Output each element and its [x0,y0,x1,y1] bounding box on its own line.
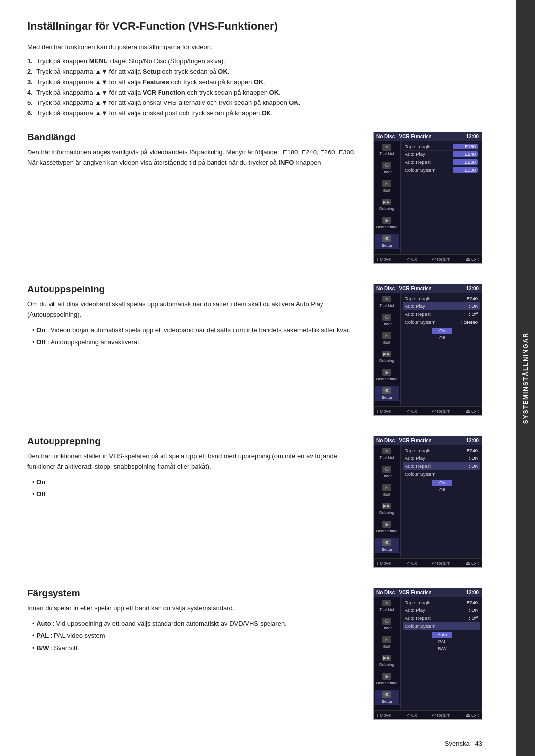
vcr-sidebar-fargsystem: ≡ Title List ⏱ Timer ✂ Edit ▶▶ [374,597,401,710]
timer2-icon: ⏱ [382,314,391,321]
step-1: 1. Tryck på knappen MENU i läget Stop/No… [27,57,482,65]
vcr-header-left-farg: No Disc VCR Function [376,590,432,595]
vcr-footer3-return: ↩ Return [432,560,450,566]
titlelist3-icon: ≡ [382,448,391,454]
vcr-footer3-exit: ⏏Exit [466,560,479,566]
vcr-sidebar2-timer[interactable]: ⏱ Timer [374,313,399,327]
bullet-on: On : Videon börjar automatiskt spela upp… [32,325,358,335]
page-title: Inställningar för VCR-Function (VHS-Funk… [27,20,482,38]
vcr-row3-coloursystem: Colour System [403,470,480,478]
vcr-menu-autouppspelning: No Disc VCR Function 12:00 ≡ Title List … [373,284,482,416]
side-tab: SYSTEMINSTÄLLNINGAR [516,0,535,756]
vcr-sidebar4-discsetting[interactable]: ◉ Disc Setting [374,672,399,686]
vcr-row2-autoplay: Auto Play : On [403,302,480,310]
section-autoupprepning-bullets: On Off [32,477,358,499]
edit4-icon: ✂ [382,636,391,643]
vcr-sidebar2-dubbing[interactable]: ▶▶ Dubbing [374,350,399,364]
edit-icon: ✂ [382,180,391,187]
vcr-row3-autoplay: Auto Play : On [403,454,480,462]
vcr-sidebar3-dubbing[interactable]: ▶▶ Dubbing [374,502,399,516]
vcr-sidebar4-titlelist[interactable]: ≡ Title List [374,599,399,613]
vcr-sidebar4-dubbing[interactable]: ▶▶ Dubbing [374,654,399,668]
side-tab-text: SYSTEMINSTÄLLNINGAR [522,332,529,424]
section-autouppspelning-desc: Om du vill att dina videoband skall spel… [27,300,358,320]
vcr-footer-autouppspelning: ↕ Move ✓Ok ↩ Return ⏏Exit [374,406,482,415]
bullet-fargsystem-auto: Auto : Vid uppspelning av ett band väljs… [32,619,358,629]
titlelist2-icon: ≡ [382,296,391,302]
vcr-menu-autoupprepning: No Disc VCR Function 12:00 ≡ Title List … [373,436,482,568]
section-autoupprepning: Autoupprepning Den här funktionen ställe… [27,431,482,568]
vcr-sidebar-setup[interactable]: ⚙ Setup [374,234,399,249]
vcr-row4-autorepeat: Auto Repeat : Off [403,614,480,622]
section-autouppspelning-heading: Autouppspelning [27,284,358,295]
vcr-sidebar2-discsetting[interactable]: ◉ Disc Setting [374,368,399,382]
setup3-icon: ⚙ [382,539,391,546]
bullet-fargsystem-bw: B/W : Svartvitt. [32,643,358,653]
vcr-row-autorepeat: Auto Repeat E260 [403,158,480,166]
step-4: 4. Tryck på knapparna ▲▼ för att välja V… [27,89,482,96]
bullet-off: Off : Autouppspelning är avaktiverat. [32,337,358,347]
section-autouppspelning-bullets: On : Videon börjar automatiskt spela upp… [32,325,358,347]
vcr-footer-bandlangd: ↕ Move ✓Ok ↩ Return ⏏Exit [374,254,482,263]
option-rep-on[interactable]: On [432,480,452,486]
vcr-row4-tapelength: Tape Length : E240 [403,599,480,606]
vcr-header-left: No Disc VCR Function [376,134,432,139]
vcr-sidebar2-titlelist[interactable]: ≡ Title List [374,295,399,309]
vcr-row-autoplay: Auto Play E240 [403,151,480,158]
vcr-sidebar-discsetting[interactable]: ◉ Disc Setting [374,216,399,230]
vcr-sidebar-edit[interactable]: ✂ Edit [374,179,399,194]
vcr-header-autouppspelning: No Disc VCR Function 12:00 [374,284,482,293]
vcr-sidebar4-timer[interactable]: ⏱ Timer [374,617,399,631]
vcr-row3-autorepeat: Auto Repeat : On [403,462,480,470]
discsetting4-icon: ◉ [382,673,391,680]
vcr-row3-tapelength: Tape Length : E240 [403,447,480,454]
titlelist-icon: ≡ [382,144,391,151]
vcr-sidebar-discsetting-label: Disc Setting [376,225,398,229]
vcr-sidebar3-setup[interactable]: ⚙ Setup [374,538,399,553]
vcr-row4-autoplay: Auto Play : On [403,606,480,614]
vcr-header-right: 12:00 [466,134,479,139]
vcr-header-autoupprepning: No Disc VCR Function 12:00 [374,436,482,445]
vcr-sidebar4-edit[interactable]: ✂ Edit [374,635,399,650]
vcr-footer3-move: ↕ Move [376,560,391,566]
dubbing4-icon: ▶▶ [382,655,391,661]
section-fargsystem: Färgsystem Innan du spelar in eller spel… [27,583,482,720]
vcr-body-fargsystem: ≡ Title List ⏱ Timer ✂ Edit ▶▶ [374,597,482,710]
vcr-footer-fargsystem: ↕ Move ✓Ok ↩ Return ⏏Exit [374,710,482,719]
steps-list: 1. Tryck på knappen MENU i läget Stop/No… [27,57,482,117]
vcr-footer-exit: ⏏Exit [466,256,479,262]
option-farg-bw[interactable]: B/W [432,646,452,652]
step-6: 6. Tryck på knapparna ▲▼ för att välja ö… [27,109,482,117]
section-autouppspelning-text: Autouppspelning Om du vill att dina vide… [27,279,373,350]
vcr-sidebar-dubbing[interactable]: ▶▶ Dubbing [374,198,399,212]
timer4-icon: ⏱ [382,618,391,625]
option-on[interactable]: On [432,328,452,334]
vcr-sidebar4-setup[interactable]: ⚙ Setup [374,690,399,705]
option-off[interactable]: Off [432,335,452,341]
section-autoupprepning-text: Autoupprepning Den här funktionen ställe… [27,431,373,502]
section-fargsystem-heading: Färgsystem [27,588,358,599]
dubbing2-icon: ▶▶ [382,351,391,357]
vcr-row-tapelength: Tape Length E180 [403,143,480,151]
vcr-sidebar3-edit[interactable]: ✂ Edit [374,483,399,498]
step-3: 3. Tryck på knapparna ▲▼ för att välja F… [27,78,482,86]
vcr-sidebar-titlelist[interactable]: ≡ Title List [374,143,399,157]
vcr-footer2-ok: ✓Ok [406,408,417,414]
section-fargsystem-desc: Innan du spelar in eller spelar upp ett … [27,604,358,614]
vcr-footer-autoupprepning: ↕ Move ✓Ok ↩ Return ⏏Exit [374,558,482,567]
vcr-sidebar2-setup[interactable]: ⚙ Setup [374,386,399,401]
discsetting3-icon: ◉ [382,521,391,528]
timer3-icon: ⏱ [382,466,391,473]
option-farg-pal[interactable]: PAL [432,639,452,645]
vcr-footer2-return: ↩ Return [432,408,450,414]
vcr-sidebar3-timer[interactable]: ⏱ Timer [374,465,399,479]
vcr-sidebar2-edit[interactable]: ✂ Edit [374,331,399,346]
vcr-footer4-exit: ⏏Exit [466,712,479,718]
step-5: 5. Tryck på knapparna ▲▼ för att välja ö… [27,99,482,106]
vcr-sidebar-timer[interactable]: ⏱ Timer [374,161,399,175]
vcr-sidebar3-discsetting[interactable]: ◉ Disc Setting [374,520,399,534]
option-rep-off[interactable]: Off [432,487,452,493]
vcr-sidebar3-titlelist[interactable]: ≡ Title List [374,447,399,461]
vcr-sidebar-autouppspelning: ≡ Title List ⏱ Timer ✂ Edit ▶▶ [374,293,401,406]
option-farg-auto[interactable]: Auto [432,632,452,638]
